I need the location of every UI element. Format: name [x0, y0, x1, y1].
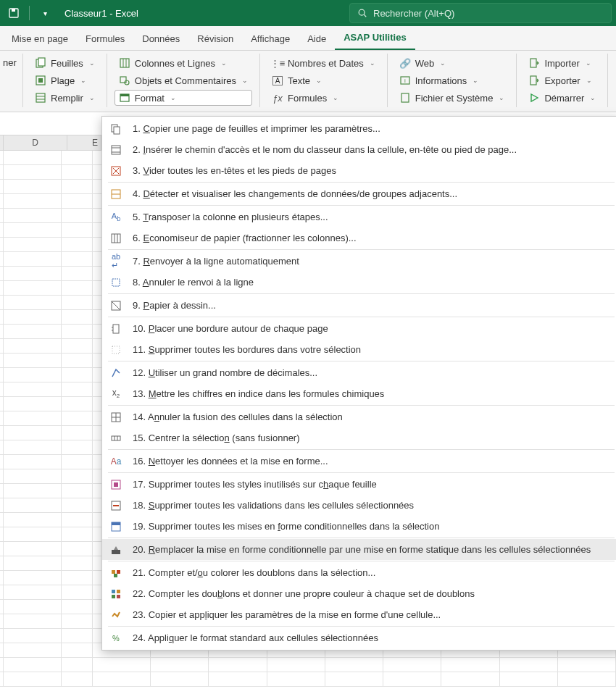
cell[interactable]	[62, 571, 93, 585]
menu-item-14[interactable]: 14. Annuler la fusion des cellules dans …	[102, 406, 616, 427]
cell[interactable]	[4, 585, 62, 600]
col-header-d[interactable]: D	[4, 135, 67, 150]
cell[interactable]	[4, 614, 62, 629]
cell[interactable]	[62, 238, 93, 252]
informations-button[interactable]: iInformations⌄	[395, 72, 509, 88]
cell[interactable]	[62, 614, 93, 629]
menu-item-13[interactable]: x213. Mettre les chiffres en indice dans…	[102, 383, 616, 404]
cell[interactable]	[4, 281, 62, 296]
tab-formules[interactable]: Formules	[77, 28, 133, 50]
cell[interactable]	[62, 527, 93, 542]
cell[interactable]	[4, 629, 62, 643]
cell[interactable]	[62, 194, 93, 209]
tab-asap-utilities[interactable]: ASAP Utilities	[335, 26, 415, 50]
cell[interactable]	[4, 238, 62, 252]
plage-button[interactable]: Plage⌄	[30, 72, 99, 88]
cell[interactable]	[441, 672, 499, 687]
cell[interactable]	[4, 455, 62, 469]
cell[interactable]	[325, 672, 383, 687]
cell[interactable]	[4, 658, 62, 672]
cell[interactable]	[441, 658, 499, 672]
cell[interactable]	[62, 542, 93, 556]
qat-customize-icon[interactable]: ▾	[36, 4, 54, 22]
menu-item-15[interactable]: 15. Centrer la sélection (sans fusionner…	[102, 427, 616, 448]
cell[interactable]	[4, 267, 62, 281]
colonnes-lignes-button[interactable]: Colonnes et Lignes⌄	[115, 55, 252, 71]
cell[interactable]	[4, 339, 62, 354]
cell[interactable]	[4, 556, 62, 571]
cell[interactable]	[62, 426, 93, 440]
menu-item-17[interactable]: 17. Supprimer toutes les styles inutilis…	[102, 474, 616, 495]
cell[interactable]	[62, 296, 93, 310]
menu-item-4[interactable]: 4. Détecter et visualiser les changement…	[102, 183, 616, 204]
cell[interactable]	[4, 527, 62, 542]
cell[interactable]	[500, 658, 558, 672]
menu-item-22[interactable]: 22. Compter les doublons et donner une p…	[102, 583, 616, 604]
search-box[interactable]	[349, 3, 612, 23]
cell[interactable]	[62, 513, 93, 527]
cell[interactable]	[62, 440, 93, 455]
ribbon-partial-button[interactable]: ner	[1, 55, 15, 70]
cell[interactable]	[383, 658, 441, 672]
cell[interactable]	[62, 600, 93, 614]
cell[interactable]	[62, 267, 93, 281]
format-button[interactable]: Format⌄	[115, 90, 252, 106]
menu-item-3[interactable]: 3. Vider toutes les en-têtes et les pied…	[102, 160, 616, 181]
cell[interactable]	[4, 180, 62, 194]
menu-item-16[interactable]: Aa16. Nettoyer les données et la mise en…	[102, 451, 616, 472]
menu-item-23[interactable]: 23. Copier et appliquer les paramètres d…	[102, 604, 616, 625]
cell[interactable]	[62, 209, 93, 223]
cell[interactable]	[383, 672, 441, 687]
cell[interactable]	[93, 658, 151, 672]
cell[interactable]	[4, 542, 62, 556]
table-row[interactable]	[0, 672, 616, 687]
cell[interactable]	[62, 658, 93, 672]
col-header-e[interactable]: E	[67, 135, 101, 150]
tab-donnees[interactable]: Données	[133, 28, 188, 50]
cell[interactable]	[4, 397, 62, 411]
cell[interactable]	[4, 426, 62, 440]
cell[interactable]	[4, 194, 62, 209]
menu-item-5[interactable]: Ab5. Transposer la colonne en plusieurs …	[102, 206, 616, 227]
cell[interactable]	[62, 672, 93, 687]
exporter-button[interactable]: Exporter⌄	[524, 72, 600, 88]
menu-item-24[interactable]: %24. Appliquer le format standard aux ce…	[102, 627, 616, 648]
cell[interactable]	[62, 469, 93, 484]
cell[interactable]	[4, 600, 62, 614]
cell[interactable]	[325, 658, 383, 672]
menu-item-8[interactable]: 8. Annuler le renvoi à la ligne	[102, 272, 616, 293]
cell[interactable]	[62, 411, 93, 426]
menu-item-1[interactable]: 1. Copier une page de feuilles et imprim…	[102, 118, 616, 139]
cell[interactable]	[4, 440, 62, 455]
menu-item-19[interactable]: 19. Supprimer toutes les mises en forme …	[102, 516, 616, 537]
cell[interactable]	[62, 354, 93, 368]
texte-button[interactable]: ATexte⌄	[267, 72, 380, 88]
menu-item-10[interactable]: 10. Placer une bordure autour de chaque …	[102, 318, 616, 339]
cell[interactable]	[4, 165, 62, 180]
nombres-dates-button[interactable]: ⋮≡Nombres et Dates⌄	[267, 55, 380, 71]
cell[interactable]	[4, 209, 62, 223]
menu-item-7[interactable]: ab↵7. Renvoyer à la ligne automatiquemen…	[102, 251, 616, 272]
fichier-systeme-button[interactable]: Fichier et Système⌄	[395, 90, 509, 106]
importer-button[interactable]: Importer⌄	[524, 55, 600, 71]
menu-item-18[interactable]: 18. Supprimer toutes les validations dan…	[102, 495, 616, 516]
cell[interactable]	[4, 571, 62, 585]
save-icon[interactable]	[4, 4, 23, 22]
cell[interactable]	[4, 469, 62, 484]
formules-ribbon-button[interactable]: ƒxFormules⌄	[267, 90, 380, 106]
web-button[interactable]: 🔗Web⌄	[395, 55, 509, 71]
cell[interactable]	[62, 484, 93, 498]
cell[interactable]	[267, 672, 325, 687]
cell[interactable]	[267, 658, 325, 672]
cell[interactable]	[62, 585, 93, 600]
cell[interactable]	[4, 672, 62, 687]
cell[interactable]	[62, 165, 93, 180]
tab-mise-en-page[interactable]: Mise en page	[3, 28, 77, 50]
cell[interactable]	[93, 672, 151, 687]
tab-aide[interactable]: Aide	[299, 28, 335, 50]
remplir-button[interactable]: Remplir⌄	[30, 90, 99, 106]
cell[interactable]	[62, 252, 93, 267]
cell[interactable]	[151, 672, 209, 687]
search-input[interactable]	[373, 8, 604, 19]
tab-revision[interactable]: Révision	[188, 28, 242, 50]
